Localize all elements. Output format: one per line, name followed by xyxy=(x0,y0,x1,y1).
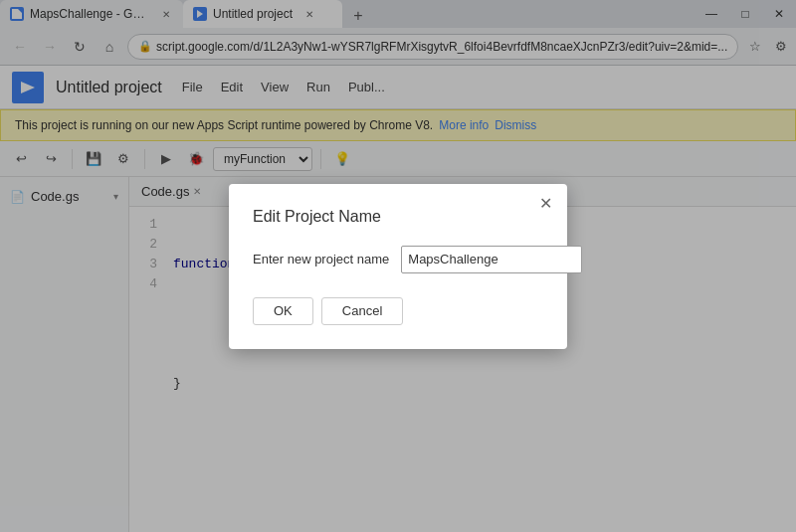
modal-buttons: OK Cancel xyxy=(253,297,543,325)
modal-field: Enter new project name xyxy=(253,246,543,273)
modal-title: Edit Project Name xyxy=(253,208,543,226)
modal-close-button[interactable]: ✕ xyxy=(535,194,555,214)
modal-label: Enter new project name xyxy=(253,252,389,266)
ok-button[interactable]: OK xyxy=(253,297,313,325)
cancel-button[interactable]: Cancel xyxy=(321,297,403,325)
modal-overlay: ✕ Edit Project Name Enter new project na… xyxy=(0,0,796,532)
edit-project-name-modal: ✕ Edit Project Name Enter new project na… xyxy=(229,184,567,349)
project-name-input[interactable] xyxy=(401,246,582,273)
